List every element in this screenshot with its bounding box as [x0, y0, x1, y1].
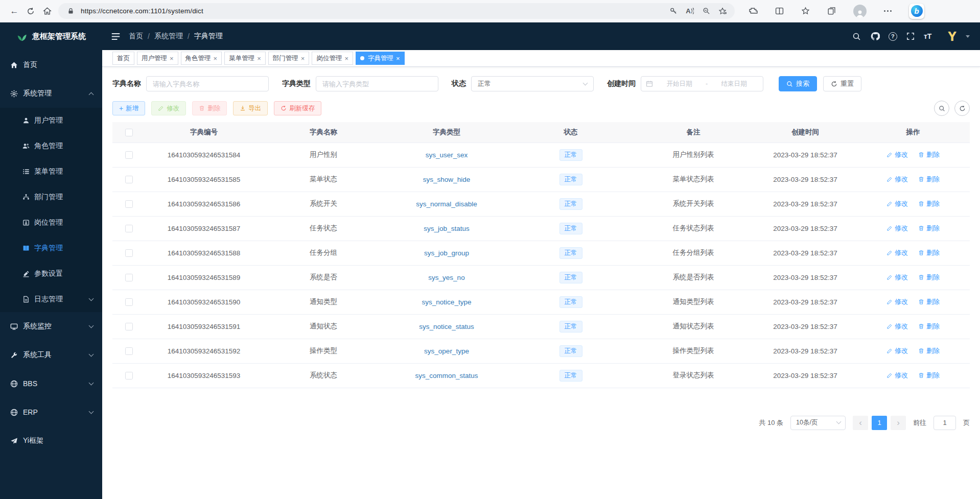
read-aloud-icon[interactable]: A [684, 5, 696, 17]
delete-button[interactable]: 删除 [192, 101, 227, 115]
tab-dict-active[interactable]: 字典管理× [356, 52, 405, 65]
row-delete-button[interactable]: 删除 [918, 224, 940, 233]
favorites-icon[interactable] [801, 7, 810, 15]
home-icon[interactable] [39, 3, 55, 19]
bing-sidebar-icon[interactable]: b [909, 4, 924, 19]
sidebar-item-post[interactable]: 岗位管理 [0, 210, 102, 235]
row-edit-button[interactable]: 修改 [886, 297, 908, 306]
row-checkbox[interactable] [125, 347, 133, 355]
extensions-icon[interactable] [749, 7, 758, 15]
sidebar-item-system[interactable]: 系统管理 [0, 79, 102, 108]
row-edit-button[interactable]: 修改 [886, 322, 908, 331]
dict-name-input[interactable] [146, 76, 269, 91]
row-edit-button[interactable]: 修改 [886, 175, 908, 184]
prev-page-button[interactable]: ‹ [853, 416, 868, 430]
sidebar-item-dept[interactable]: 部门管理 [0, 184, 102, 210]
row-checkbox[interactable] [125, 176, 133, 183]
split-screen-icon[interactable] [775, 7, 784, 15]
dict-type-link[interactable]: sys_job_group [424, 249, 469, 257]
fullscreen-icon[interactable] [905, 31, 916, 41]
select-all-checkbox[interactable] [125, 129, 133, 136]
close-icon[interactable]: × [214, 55, 218, 62]
search-button[interactable]: 搜索 [779, 76, 817, 91]
reset-button[interactable]: 重置 [823, 76, 861, 91]
header-search-icon[interactable] [852, 31, 862, 41]
sidebar-item-erp[interactable]: ERP [0, 398, 102, 426]
dict-type-link[interactable]: sys_user_sex [426, 151, 468, 159]
row-delete-button[interactable]: 删除 [918, 297, 940, 306]
github-icon[interactable] [870, 31, 880, 41]
row-checkbox[interactable] [125, 249, 133, 257]
dict-type-input[interactable] [316, 76, 438, 91]
row-edit-button[interactable]: 修改 [886, 346, 908, 355]
row-checkbox[interactable] [125, 225, 133, 232]
tab-user[interactable]: 用户管理× [137, 52, 178, 65]
dict-type-link[interactable]: sys_notice_status [419, 323, 474, 330]
add-button[interactable]: +新增 [112, 101, 145, 115]
edit-button[interactable]: 修改 [151, 101, 186, 115]
key-icon[interactable] [667, 5, 680, 17]
row-edit-button[interactable]: 修改 [886, 248, 908, 257]
row-edit-button[interactable]: 修改 [886, 371, 908, 380]
sidebar-item-monitor[interactable]: 系统监控 [0, 312, 102, 341]
row-checkbox[interactable] [125, 274, 133, 281]
sidebar-item-home[interactable]: 首页 [0, 51, 102, 79]
row-checkbox[interactable] [125, 151, 133, 159]
sidebar-item-dict[interactable]: 字典管理 [0, 235, 102, 261]
user-avatar-logo[interactable]: Y [948, 30, 956, 43]
sidebar-item-yi[interactable]: Yi框架 [0, 426, 102, 455]
zoom-out-icon[interactable] [700, 5, 712, 17]
caret-down-icon[interactable] [966, 35, 970, 38]
dict-type-link[interactable]: sys_yes_no [428, 274, 464, 281]
close-icon[interactable]: × [301, 55, 305, 62]
breadcrumb-system[interactable]: 系统管理 [154, 32, 183, 41]
tab-post[interactable]: 岗位管理× [312, 52, 353, 65]
hamburger-icon[interactable] [110, 31, 121, 41]
profile-avatar[interactable] [853, 5, 867, 18]
row-edit-button[interactable]: 修改 [886, 199, 908, 208]
font-size-icon[interactable]: ᴛT [924, 32, 931, 40]
row-delete-button[interactable]: 删除 [918, 273, 940, 282]
row-edit-button[interactable]: 修改 [886, 150, 908, 159]
refresh-icon[interactable] [22, 3, 39, 19]
more-icon[interactable] [884, 10, 892, 12]
tab-role[interactable]: 角色管理× [181, 52, 222, 65]
close-icon[interactable]: × [344, 55, 348, 62]
close-icon[interactable]: × [170, 55, 174, 62]
row-edit-button[interactable]: 修改 [886, 224, 908, 233]
favorite-add-icon[interactable] [716, 5, 729, 17]
row-delete-button[interactable]: 删除 [918, 322, 940, 331]
status-select[interactable]: 正常 [471, 76, 594, 91]
row-delete-button[interactable]: 删除 [918, 175, 940, 184]
collections-icon[interactable] [827, 7, 836, 15]
sidebar-item-log[interactable]: 日志管理 [0, 287, 102, 312]
page-number-1[interactable]: 1 [872, 416, 887, 430]
toggle-search-button[interactable] [934, 101, 949, 116]
sidebar-item-role[interactable]: 角色管理 [0, 133, 102, 159]
dict-type-link[interactable]: sys_job_status [424, 225, 469, 232]
row-delete-button[interactable]: 删除 [918, 371, 940, 380]
page-size-select[interactable]: 10条/页 [790, 416, 846, 430]
row-checkbox[interactable] [125, 323, 133, 330]
breadcrumb-home[interactable]: 首页 [129, 32, 143, 41]
dict-type-link[interactable]: sys_notice_type [422, 298, 472, 306]
close-icon[interactable]: × [257, 55, 261, 62]
row-delete-button[interactable]: 删除 [918, 150, 940, 159]
dict-type-link[interactable]: sys_normal_disable [416, 200, 477, 208]
back-icon[interactable]: ← [6, 3, 22, 19]
dict-type-link[interactable]: sys_common_status [415, 372, 478, 379]
dict-type-link[interactable]: sys_show_hide [423, 176, 470, 183]
row-edit-button[interactable]: 修改 [886, 273, 908, 282]
close-icon[interactable]: × [396, 55, 400, 62]
sidebar-item-config[interactable]: 参数设置 [0, 261, 102, 287]
row-delete-button[interactable]: 删除 [918, 346, 940, 355]
row-checkbox[interactable] [125, 372, 133, 379]
tab-home[interactable]: 首页 [112, 52, 134, 65]
goto-page-input[interactable] [934, 416, 956, 430]
sidebar-item-tool[interactable]: 系统工具 [0, 341, 102, 369]
tab-menu[interactable]: 菜单管理× [224, 52, 266, 65]
refresh-table-button[interactable] [954, 101, 970, 116]
sidebar-item-menu[interactable]: 菜单管理 [0, 159, 102, 184]
dict-type-link[interactable]: sys_oper_type [424, 347, 469, 355]
refresh-cache-button[interactable]: 刷新缓存 [274, 101, 321, 115]
